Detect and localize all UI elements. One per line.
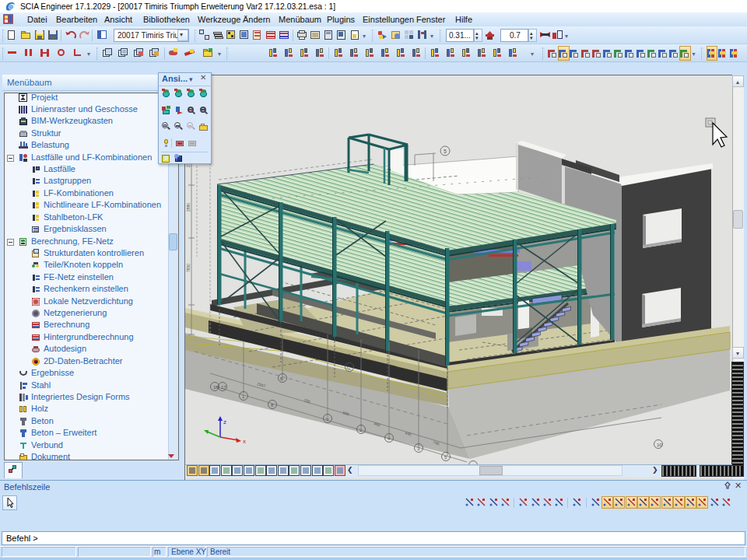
svg-text:B: B [280,376,283,381]
svg-text:2980: 2980 [186,203,191,212]
svg-text:z: z [223,418,226,425]
svg-text:C: C [347,366,351,370]
svg-text:10: 10 [657,443,662,447]
svg-text:7850: 7850 [186,264,191,272]
svg-text:5: 5 [444,149,447,154]
svg-text:x: x [243,438,246,445]
svg-text:17: 17 [221,385,226,390]
